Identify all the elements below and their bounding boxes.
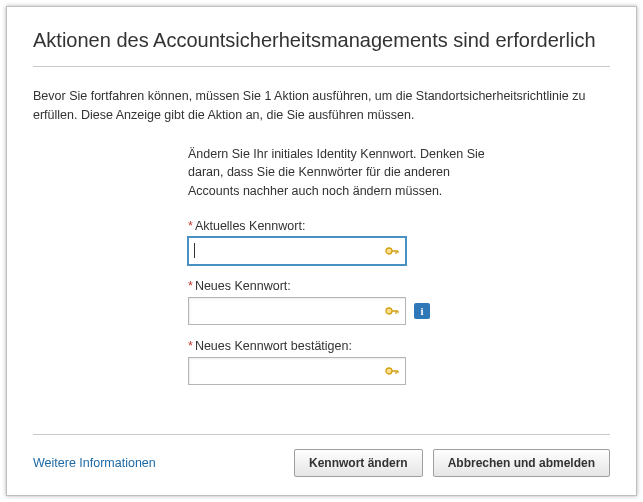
new-password-input-wrap xyxy=(188,297,406,325)
instruction-text: Ändern Sie Ihr initiales Identity Kennwo… xyxy=(188,145,488,201)
form-area: Ändern Sie Ihr initiales Identity Kennwo… xyxy=(188,145,488,399)
submit-button[interactable]: Kennwort ändern xyxy=(294,449,423,477)
current-password-label: *Aktuelles Kennwort: xyxy=(188,219,488,233)
current-password-input[interactable] xyxy=(188,237,406,265)
new-password-label-text: Neues Kennwort: xyxy=(195,279,291,293)
dialog-panel: Aktionen des Accountsicherheitsmanagemen… xyxy=(6,6,637,496)
field-current-password: *Aktuelles Kennwort: xyxy=(188,219,488,265)
info-icon[interactable]: i xyxy=(414,303,430,319)
more-info-link[interactable]: Weitere Informationen xyxy=(33,456,156,470)
confirm-password-input[interactable] xyxy=(188,357,406,385)
text-caret xyxy=(194,243,195,258)
current-password-input-wrap xyxy=(188,237,406,265)
current-password-label-text: Aktuelles Kennwort: xyxy=(195,219,305,233)
field-confirm-password: *Neues Kennwort bestätigen: xyxy=(188,339,488,385)
page-title: Aktionen des Accountsicherheitsmanagemen… xyxy=(33,29,610,52)
new-password-input[interactable] xyxy=(188,297,406,325)
intro-text: Bevor Sie fortfahren können, müssen Sie … xyxy=(33,87,610,125)
title-divider xyxy=(33,66,610,67)
new-password-label: *Neues Kennwort: xyxy=(188,279,488,293)
required-marker: * xyxy=(188,279,193,293)
footer: Weitere Informationen Kennwort ändern Ab… xyxy=(33,449,610,477)
confirm-password-input-wrap xyxy=(188,357,406,385)
confirm-password-label-text: Neues Kennwort bestätigen: xyxy=(195,339,352,353)
dialog-frame: Aktionen des Accountsicherheitsmanagemen… xyxy=(0,0,643,502)
required-marker: * xyxy=(188,339,193,353)
confirm-password-label: *Neues Kennwort bestätigen: xyxy=(188,339,488,353)
cancel-button[interactable]: Abbrechen und abmelden xyxy=(433,449,610,477)
field-new-password: *Neues Kennwort: i xyxy=(188,279,488,325)
footer-divider xyxy=(33,434,610,435)
required-marker: * xyxy=(188,219,193,233)
